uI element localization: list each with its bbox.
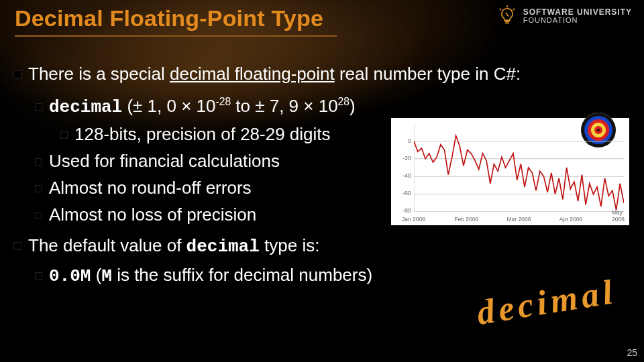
chart-xtick: Apr 2006 [559, 216, 583, 223]
lightbulb-icon [496, 5, 518, 27]
chart-xtick: May 2006 [612, 209, 629, 223]
logo-line2: FOUNDATION [523, 16, 632, 24]
bullet-marker-icon [35, 103, 42, 111]
logo-line1: SOFTWARE UNIVERSITY [523, 8, 632, 16]
bullet-marker-icon [35, 185, 42, 192]
chart-xtick: Feb 2006 [454, 216, 478, 223]
chart-ytick: -60 [391, 190, 411, 196]
bullet-marker-icon [35, 158, 42, 166]
title-underline [15, 35, 337, 37]
slide-number: 25 [627, 347, 637, 358]
svg-rect-0 [504, 21, 509, 22]
bullet-marker-icon [13, 70, 21, 78]
chart-ytick: -20 [391, 155, 411, 162]
bullet-marker-icon [60, 131, 68, 139]
chart-plot-area [414, 123, 624, 212]
bullet-2: The default value of decimal type is: [13, 233, 629, 259]
code-token: decimal [49, 97, 122, 117]
svg-line-3 [499, 9, 500, 10]
bullet-marker-icon [35, 212, 42, 219]
bullet-marker-icon [35, 272, 42, 280]
code-token: decimal [186, 237, 260, 257]
code-token: M [101, 266, 112, 286]
slide-title: Decimal Floating-Point Type [15, 5, 323, 32]
chart-xtick: Jan 2006 [402, 216, 425, 223]
chart-image: 0-20-40-60-80 Jan 2006Feb 2006Mar 2006Ap… [391, 118, 629, 225]
chart-xtick: Mar 2006 [507, 216, 531, 223]
bullet-1-1: decimal (± 1, 0 × 10-28 to ± 7, 9 × 1028… [35, 90, 629, 119]
svg-line-4 [513, 9, 514, 10]
brand-logo: SOFTWARE UNIVERSITY FOUNDATION [496, 5, 632, 27]
bullet-1: There is a special decimal floating-poin… [13, 62, 629, 86]
code-token: 0.0M [49, 266, 91, 286]
chart-ytick: -80 [391, 207, 411, 214]
chart-ytick: -40 [391, 172, 411, 179]
svg-rect-1 [504, 23, 508, 24]
bullet-marker-icon [13, 242, 21, 250]
chart-ytick: 0 [391, 137, 411, 144]
underlined-term: decimal floating-point [170, 64, 335, 84]
